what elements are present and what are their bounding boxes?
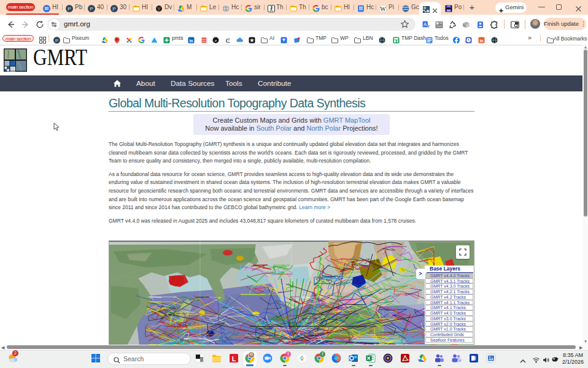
- svg-text:in: in: [479, 39, 483, 43]
- svg-text:₵: ₵: [226, 37, 230, 44]
- svg-text:P: P: [90, 6, 93, 12]
- svg-text:P: P: [55, 38, 58, 44]
- svg-text:e: e: [215, 38, 217, 43]
- svg-text:in: in: [189, 39, 193, 43]
- svg-text:P: P: [68, 6, 71, 12]
- svg-text:P: P: [112, 6, 115, 12]
- svg-text:L: L: [232, 355, 236, 362]
- svg-text:A: A: [424, 22, 427, 26]
- svg-text:W: W: [380, 6, 386, 12]
